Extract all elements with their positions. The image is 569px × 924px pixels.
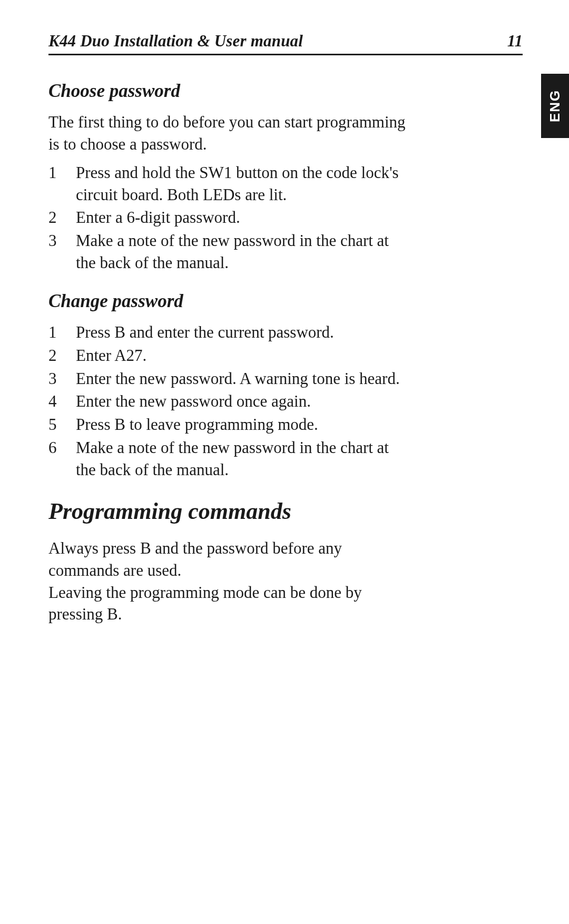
- list-item: Make a note of the new password in the c…: [48, 230, 412, 274]
- body-paragraph: Always press B and the password before a…: [48, 537, 412, 582]
- choose-password-steps: Press and hold the SW1 button on the cod…: [48, 162, 417, 274]
- content-area: Choose password The first thing to do be…: [48, 81, 417, 625]
- page-header: K44 Duo Installation & User manual 11: [48, 32, 523, 55]
- page-container: K44 Duo Installation & User manual 11 Ch…: [0, 0, 569, 674]
- change-password-steps: Press B and enter the current password. …: [48, 321, 417, 481]
- main-heading-programming-commands: Programming commands: [48, 498, 417, 525]
- section-intro: The first thing to do before you can sta…: [48, 111, 412, 155]
- list-item: Make a note of the new password in the c…: [48, 437, 412, 481]
- list-item: Press B and enter the current password.: [48, 321, 412, 343]
- list-item: Enter the new password. A warning tone i…: [48, 368, 412, 390]
- list-item: Enter the new password once again.: [48, 390, 412, 412]
- header-page-number: 11: [507, 32, 523, 51]
- list-item: Enter a 6-digit password.: [48, 207, 412, 229]
- body-paragraph: Leaving the programming mode can be done…: [48, 582, 412, 626]
- language-tab: ENG: [541, 74, 569, 138]
- section-heading-choose-password: Choose password: [48, 81, 417, 102]
- list-item: Press B to leave programming mode.: [48, 414, 412, 436]
- list-item: Enter A27.: [48, 345, 412, 367]
- header-title: K44 Duo Installation & User manual: [48, 32, 303, 51]
- list-item: Press and hold the SW1 button on the cod…: [48, 162, 412, 206]
- section-heading-change-password: Change password: [48, 291, 417, 312]
